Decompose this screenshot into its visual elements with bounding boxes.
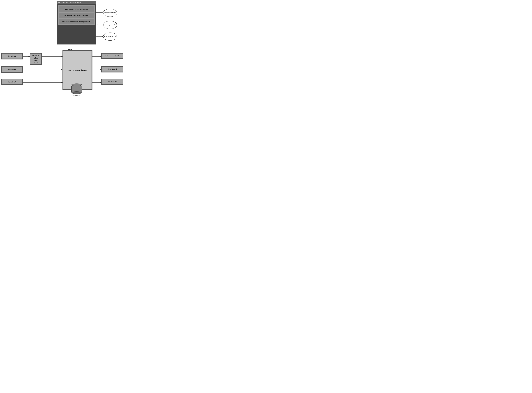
crawler-ui-box: MCF Crawler UI web application [59,6,94,12]
outputN-container: Output target N [101,79,123,85]
repository1-container: Repository 1 [1,53,23,59]
repository2-label: Repository 2 [2,67,22,72]
output2-container: Output target 2 [101,66,123,73]
search-filter-ellipse: Search filtering plugin [103,33,117,41]
output1-label: Output target 1 (Solr?) [102,54,123,59]
repositoryN-label: Repository N [2,79,22,84]
helper-service-label: Repository 1- related helper service [30,54,41,64]
database-label: Database [74,94,80,96]
tomcat-container: Tomcat or other application server MCF C… [57,0,96,44]
admin-user-ellipse: Administrative User [103,9,117,17]
output1-container: Output target 1 (Solr?) [101,53,123,59]
architecture-diagram: Tomcat or other application server MCF C… [0,0,133,98]
repository1-label: Repository 1 [2,54,22,59]
db-cylinder-top [71,84,82,86]
script-engine-ellipse: Script engine or client [103,21,117,29]
tomcat-label: Tomcat or other application server [57,1,96,4]
database-container: Database [71,84,82,96]
repositoryN-container: Repository N [1,79,23,85]
api-service-box: MCF API Service web application [59,13,94,18]
helper-service-container: Repository 1- related helper service [30,53,42,65]
authority-service-box: MCF Authority Service web application [59,19,94,24]
outputN-label: Output target N [102,79,123,84]
db-cylinder-body [71,86,82,92]
repository2-container: Repository 2 [1,66,23,73]
output2-label: Output target 2 [102,67,123,72]
db-cylinder-bottom [71,91,82,94]
